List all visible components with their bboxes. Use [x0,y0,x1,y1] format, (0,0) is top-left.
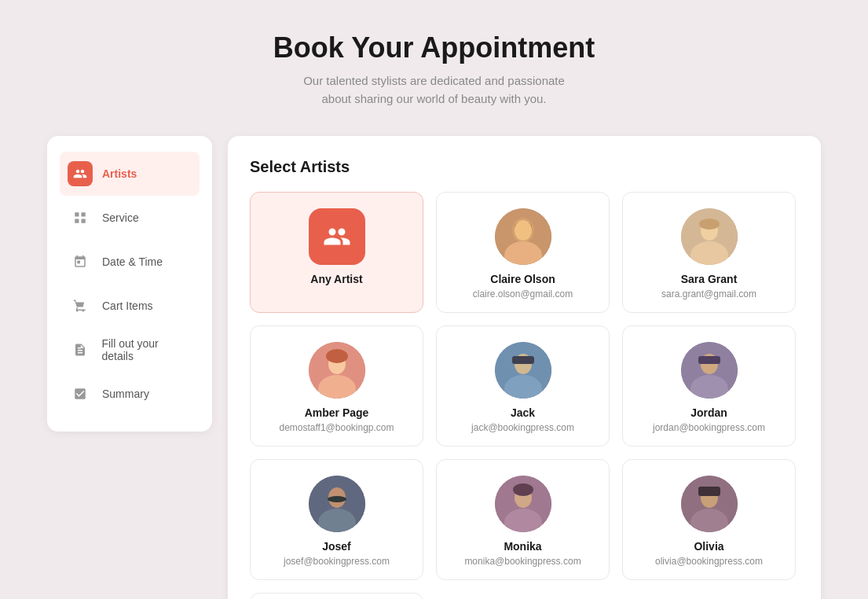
sidebar-cart-label: Cart Items [102,300,153,312]
main-panel: Select Artists Any Artist [228,136,821,599]
sidebar-service-label: Service [102,211,139,224]
avatar-sara [681,208,738,265]
avatar-monika [495,476,551,532]
jordan-name: Jordan [690,406,727,419]
svg-point-8 [699,219,720,230]
avatar-josef [309,476,365,532]
sidebar-artists-label: Artists [102,167,137,180]
grid-icon [68,205,93,230]
calendar-icon [68,249,93,274]
sidebar-datetime-label: Date & Time [102,255,163,268]
artist-grid: Any Artist Cl [250,192,796,580]
avatar-amber [309,342,365,399]
partial-artist-row [250,593,796,599]
sidebar-item-service[interactable]: Service [60,196,200,240]
page-subtitle: Our talented stylists are dedicated and … [47,72,821,108]
jack-name: Jack [511,406,535,419]
checklist-icon [68,381,93,406]
monika-name: Monika [504,540,541,553]
artist-card-monika[interactable]: Monika monika@bookingpress.com [436,459,610,580]
jordan-email: jordan@bookingpress.com [653,422,765,433]
sidebar-details-label: Fill out your details [101,337,192,362]
amber-email: demostaff1@bookingp.com [279,422,394,433]
artist-card-jordan[interactable]: Jordan jordan@bookingpress.com [622,325,796,446]
sidebar-summary-label: Summary [102,388,149,400]
jack-email: jack@bookingpress.com [471,422,574,433]
josef-name: Josef [322,540,351,553]
claire-email: claire.olson@gmail.com [473,288,573,300]
olivia-name: Olivia [694,540,723,553]
avatar-olivia [681,476,738,532]
claire-name: Claire Olson [490,273,555,285]
avatar-jack [495,342,551,399]
artist-card-partial[interactable] [250,593,423,599]
svg-point-24 [328,496,346,502]
sidebar-item-summary[interactable]: Summary [60,372,200,416]
artist-card-josef[interactable]: Josef josef@bookingpress.com [250,459,423,580]
cart-icon [68,293,93,318]
sara-name: Sara Grant [681,273,738,285]
artist-card-any[interactable]: Any Artist [250,192,423,313]
avatar-claire [495,208,551,265]
sidebar: Artists Service Date & Time [47,136,212,432]
artist-card-olivia[interactable]: Olivia olivia@bookingpress.com [622,459,796,580]
artist-card-jack[interactable]: Jack jack@bookingpress.com [436,325,610,446]
artist-card-sara[interactable]: Sara Grant sara.grant@gmail.com [622,192,796,313]
main-content: Artists Service Date & Time [47,136,821,599]
svg-point-4 [515,220,532,241]
sidebar-item-cart[interactable]: Cart Items [60,284,200,328]
josef-email: josef@bookingpress.com [284,556,390,567]
sara-email: sara.grant@gmail.com [661,288,756,300]
svg-rect-20 [698,356,720,364]
artist-card-claire[interactable]: Claire Olson claire.olson@gmail.com [436,192,610,313]
sidebar-item-artists[interactable]: Artists [60,152,200,196]
page-header: Book Your Appointment Our talented styli… [47,31,821,108]
page-title: Book Your Appointment [47,31,821,64]
panel-title: Select Artists [250,158,799,176]
avatar-jordan [681,342,738,399]
sidebar-item-datetime[interactable]: Date & Time [60,240,200,284]
sidebar-item-details[interactable]: Fill out your details [60,328,200,372]
users-icon [68,161,93,186]
form-icon [68,337,92,362]
amber-name: Amber Page [305,406,369,419]
svg-rect-32 [698,487,720,496]
any-artist-icon [309,208,365,265]
svg-rect-16 [512,356,534,364]
artist-scroll-area[interactable]: Any Artist Cl [250,192,799,599]
svg-point-28 [513,483,533,496]
artist-card-amber[interactable]: Amber Page demostaff1@bookingp.com [250,325,423,446]
monika-email: monika@bookingpress.com [464,556,580,567]
olivia-email: olivia@bookingpress.com [655,556,763,567]
svg-point-12 [326,349,348,363]
any-artist-name: Any Artist [310,273,362,285]
